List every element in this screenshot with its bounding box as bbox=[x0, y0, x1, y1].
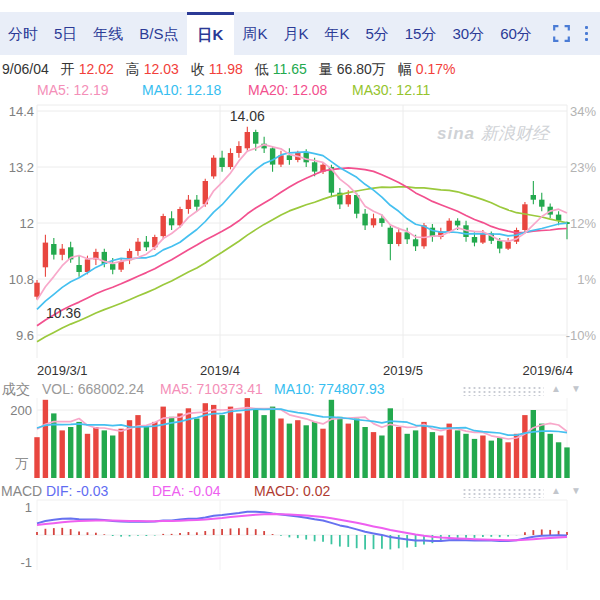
volume-pane-up-arrow-icon[interactable]: ▲ bbox=[551, 383, 561, 394]
date-tick: 2019/6/4 bbox=[522, 363, 573, 378]
volume-y-tick: 200 bbox=[0, 403, 32, 418]
price-grid bbox=[37, 105, 567, 358]
price-tick: 13.2 bbox=[2, 160, 34, 175]
low-annotation: 10.36 bbox=[46, 305, 81, 321]
macd-legend-item: MACD: 0.02 bbox=[254, 483, 330, 499]
macd-legend-item: DIF: -0.03 bbox=[46, 483, 108, 499]
percent-tick: 1% bbox=[577, 272, 596, 287]
price-tick: 14.4 bbox=[2, 104, 34, 119]
macd-y-tick-pos: 1 bbox=[0, 500, 32, 515]
kline-chart[interactable]: 14.0610.36 bbox=[0, 0, 600, 600]
volume-pane-label: 成交 bbox=[2, 381, 30, 399]
date-tick: 2019/5 bbox=[383, 363, 423, 378]
high-annotation: 14.06 bbox=[230, 108, 265, 124]
macd-pane-label: MACD bbox=[1, 483, 42, 499]
vol-legend-item: MA10: 774807.93 bbox=[274, 381, 385, 397]
macd-pane-down-arrow-icon[interactable]: ▼ bbox=[571, 485, 581, 496]
vol-legend-item: MA5: 710373.41 bbox=[160, 381, 263, 397]
date-tick: 2019/4 bbox=[200, 363, 240, 378]
price-tick: 12 bbox=[2, 216, 34, 231]
macd-y-tick-neg: -1 bbox=[0, 555, 32, 570]
volume-grid bbox=[37, 398, 567, 478]
volume-pane-drag-handle[interactable] bbox=[462, 386, 544, 396]
date-tick: 2019/3/1 bbox=[37, 363, 88, 378]
macd-lines bbox=[37, 512, 567, 541]
volume-unit-label: 万 bbox=[0, 455, 28, 473]
price-tick: 10.8 bbox=[2, 272, 34, 287]
macd-pane-up-arrow-icon[interactable]: ▲ bbox=[551, 485, 561, 496]
percent-tick: 23% bbox=[570, 160, 596, 175]
volume-ma-lines bbox=[37, 408, 567, 439]
price-ma-lines bbox=[37, 145, 567, 342]
price-tick: 9.6 bbox=[2, 328, 34, 343]
vol-legend-item: VOL: 668002.24 bbox=[42, 381, 144, 397]
kline-screen: 分时5日年线B/S点日K周K月K年K5分15分30分60分 9/06/04 开1… bbox=[0, 0, 600, 600]
macd-legend-item: DEA: -0.04 bbox=[152, 483, 220, 499]
percent-tick: 12% bbox=[570, 216, 596, 231]
macd-pane-drag-handle[interactable] bbox=[462, 488, 544, 498]
volume-pane-down-arrow-icon[interactable]: ▼ bbox=[571, 383, 581, 394]
percent-tick: -10% bbox=[566, 328, 596, 343]
percent-tick: 34% bbox=[570, 104, 596, 119]
macd-grid bbox=[37, 500, 567, 570]
